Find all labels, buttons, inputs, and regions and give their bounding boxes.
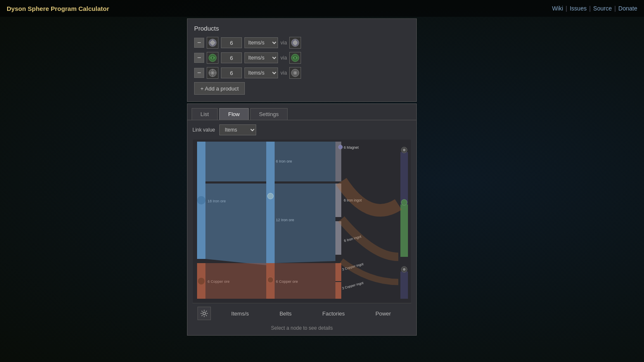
detail-items-per-sec: Items/s — [231, 310, 249, 317]
remove-product-1[interactable]: − — [194, 38, 204, 48]
topbar-links: Wiki | Issues | Source | Donate — [552, 5, 637, 12]
sep2: | — [589, 5, 591, 12]
issues-link[interactable]: Issues — [570, 5, 587, 12]
svg-point-16 — [267, 193, 273, 199]
svg-point-22 — [401, 199, 407, 205]
svg-point-15 — [197, 196, 205, 204]
sankey-svg: 18 Iron ore 6 Iron ore 12 Iron ore — [192, 140, 411, 303]
product-row-2: − Items/sBeltsFactories via — [194, 52, 410, 64]
qty-input-2[interactable] — [221, 52, 242, 63]
link-value-row: Link value Items Belts Factories Power — [192, 124, 411, 135]
details-hint: Select a node to see details — [192, 325, 411, 331]
iron-ingot-bar-2[interactable] — [335, 221, 341, 255]
details-columns: Items/s Belts Factories Power — [216, 310, 406, 317]
svg-point-3 — [293, 41, 297, 45]
detail-belts: Belts — [280, 310, 292, 317]
via-label-3: via — [280, 70, 287, 76]
via-icon-3[interactable] — [289, 67, 301, 79]
flow-content: Link value Items Belts Factories Power — [187, 120, 416, 335]
gear-icon — [200, 310, 208, 317]
output-bar-2[interactable] — [400, 204, 408, 257]
svg-point-1 — [210, 41, 215, 45]
iron-ore-bar-2[interactable] — [266, 142, 275, 265]
via-label-1: via — [280, 40, 287, 46]
item-icon-2[interactable] — [207, 52, 218, 64]
svg-point-21 — [403, 149, 405, 151]
rate-select-1[interactable]: Items/sBeltsFactories — [244, 37, 278, 48]
rate-select-2[interactable]: Items/sBeltsFactories — [244, 52, 278, 63]
products-panel: Products − Items/sBeltsFactories via — [187, 18, 417, 102]
detail-factories: Factories — [322, 310, 345, 317]
tab-flow[interactable]: Flow — [219, 108, 248, 120]
add-product-label: + Add a product — [200, 85, 239, 92]
link-value-label: Link value — [192, 127, 215, 133]
via-icon-1[interactable] — [289, 37, 301, 49]
product-row-1: − Items/sBeltsFactories via — [194, 37, 410, 49]
svg-point-19 — [267, 277, 273, 283]
svg-point-25 — [203, 312, 205, 315]
remove-product-2[interactable]: − — [194, 53, 204, 63]
sep1: | — [566, 5, 567, 12]
copper-ingot-bar-2[interactable] — [335, 282, 341, 299]
svg-point-18 — [198, 278, 205, 284]
sep3: | — [614, 5, 616, 12]
wiki-link[interactable]: Wiki — [552, 5, 563, 12]
detail-power: Power — [375, 310, 391, 317]
svg-point-13 — [295, 72, 296, 74]
via-label-2: via — [280, 55, 287, 61]
tab-list[interactable]: List — [192, 108, 218, 120]
link-value-select[interactable]: Items Belts Factories Power — [219, 124, 256, 135]
app-title: Dyson Sphere Program Calculator — [7, 5, 109, 12]
products-title: Products — [194, 25, 410, 32]
sankey-diagram[interactable]: 18 Iron ore 6 Iron ore 12 Iron ore — [192, 140, 411, 303]
product-row-3: − Items/sBeltsFactories via — [194, 67, 410, 79]
qty-input-3[interactable] — [221, 67, 242, 78]
output-bar-3[interactable] — [400, 272, 408, 299]
svg-point-5 — [212, 57, 214, 59]
svg-point-24 — [403, 268, 405, 271]
svg-point-7 — [294, 57, 296, 59]
magnet-label: 6 Magnet — [344, 145, 359, 150]
details-bar: Items/s Belts Factories Power — [192, 303, 411, 323]
add-product-button[interactable]: + Add a product — [194, 82, 245, 95]
panel-container: Products − Items/sBeltsFactories via — [187, 18, 417, 336]
via-icon-2[interactable] — [289, 52, 301, 64]
svg-point-17 — [338, 145, 343, 149]
qty-input-1[interactable] — [221, 37, 242, 48]
donate-link[interactable]: Donate — [618, 5, 637, 12]
tabs-bar: List Flow Settings — [187, 104, 416, 120]
remove-product-3[interactable]: − — [194, 68, 204, 78]
copper-ingot-bar-1[interactable] — [335, 263, 341, 281]
rate-select-3[interactable]: Items/sBeltsFactories — [244, 67, 278, 78]
tab-settings[interactable]: Settings — [250, 108, 288, 120]
source-link[interactable]: Source — [593, 5, 612, 12]
details-gear-button[interactable] — [197, 307, 211, 320]
tabs-panel: List Flow Settings Link value Items Belt… — [187, 103, 417, 336]
topbar: Dyson Sphere Program Calculator Wiki | I… — [0, 0, 644, 17]
item-icon-1[interactable] — [207, 37, 218, 49]
svg-point-10 — [212, 72, 213, 74]
item-icon-3[interactable] — [207, 67, 218, 79]
